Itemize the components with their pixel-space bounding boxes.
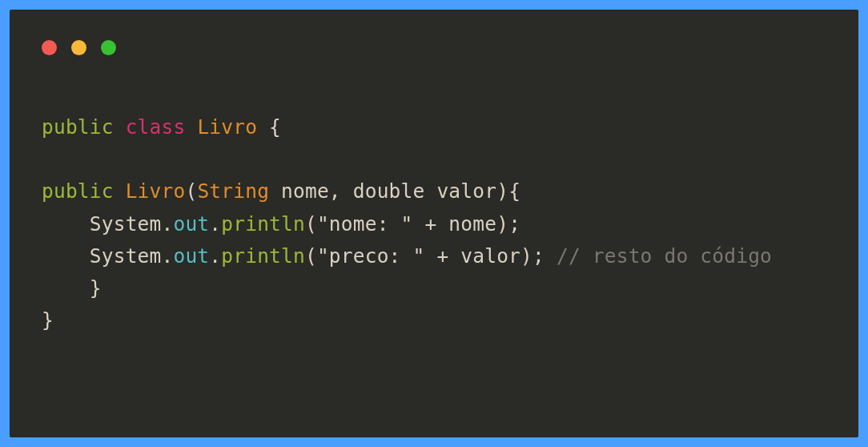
dot: . [162, 212, 174, 236]
system-obj: System [90, 244, 162, 268]
dot: . [162, 244, 174, 268]
type-double: double [353, 179, 425, 203]
println-method: println [221, 212, 305, 236]
indent [42, 276, 90, 300]
out-field: out [173, 244, 209, 268]
brace-close: } [90, 276, 102, 300]
code-window: public class Livro { public Livro(String… [10, 10, 858, 437]
brace-close: } [42, 308, 54, 332]
paren-close: ) [496, 179, 508, 203]
indent [42, 212, 90, 236]
comma: , [329, 179, 341, 203]
system-obj: System [90, 212, 162, 236]
indent [42, 244, 90, 268]
code-block: public class Livro { public Livro(String… [42, 111, 826, 336]
keyword-class: class [126, 115, 186, 139]
dot: . [209, 212, 221, 236]
plus-op: + [424, 244, 460, 268]
var-nome: nome [448, 212, 496, 236]
class-name: Livro [197, 115, 257, 139]
string-literal: "nome: " [317, 212, 413, 236]
paren-close: ) [520, 244, 532, 268]
semicolon: ; [508, 212, 520, 236]
param-valor: valor [436, 179, 496, 203]
println-method: println [221, 244, 305, 268]
maximize-icon[interactable] [101, 40, 116, 55]
comment: // resto do código [545, 244, 772, 268]
brace-open: { [269, 115, 281, 139]
constructor-name: Livro [126, 179, 186, 203]
keyword-public: public [42, 179, 114, 203]
minimize-icon[interactable] [71, 40, 86, 55]
traffic-lights [42, 40, 826, 55]
paren-open: ( [305, 212, 317, 236]
paren-close: ) [496, 212, 508, 236]
string-literal: "preco: " [317, 244, 425, 268]
keyword-public: public [42, 115, 114, 139]
out-field: out [173, 212, 209, 236]
brace-open: { [508, 179, 520, 203]
paren-open: ( [185, 179, 197, 203]
param-nome: nome [281, 179, 329, 203]
paren-open: ( [305, 244, 317, 268]
plus-op: + [413, 212, 449, 236]
var-valor: valor [460, 244, 520, 268]
dot: . [209, 244, 221, 268]
semicolon: ; [532, 244, 545, 268]
type-string: String [197, 179, 269, 203]
close-icon[interactable] [42, 40, 57, 55]
